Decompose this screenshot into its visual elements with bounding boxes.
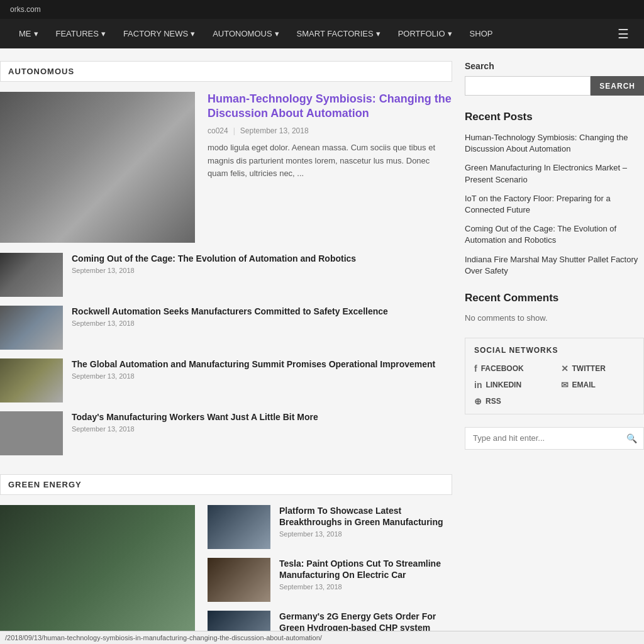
list-item: The Global Automation and Manufacturing … xyxy=(0,358,452,402)
article-list-title[interactable]: Today's Manufacturing Workers Want Just … xyxy=(72,411,452,423)
nav-item-portfolio[interactable]: PORTFOLIO ▾ xyxy=(389,19,461,48)
sidebar: Search SEARCH Recent Posts Human-Technol… xyxy=(465,61,644,644)
bottom-search-row: 🔍 xyxy=(465,427,644,450)
chevron-down-icon: ▾ xyxy=(376,29,380,38)
article-list-date: September 13, 2018 xyxy=(72,267,452,274)
green-energy-section: GREEN ENERGY Platform To Showcase Latest… xyxy=(0,474,452,644)
nav-item-home[interactable]: ME ▾ xyxy=(10,19,47,48)
bottom-search-input[interactable] xyxy=(465,428,620,448)
hamburger-menu-icon[interactable]: ☰ xyxy=(613,21,634,47)
social-item-rss[interactable]: ⊕ RSS xyxy=(474,396,548,406)
featured-article-date: September 13, 2018 xyxy=(240,126,309,135)
robot-image xyxy=(0,92,195,243)
article-list-title[interactable]: Germany's 2G Energy Gets Order For Green… xyxy=(279,611,452,633)
social-networks-title: SOCIAL NETWORKS xyxy=(474,346,635,355)
search-icon[interactable]: 🔍 xyxy=(620,428,643,449)
search-button[interactable]: SEARCH xyxy=(591,76,644,96)
social-item-twitter[interactable]: ✕ TWITTER xyxy=(561,364,635,374)
article-list-date: September 13, 2018 xyxy=(279,530,452,538)
list-item: Today's Manufacturing Workers Want Just … xyxy=(0,411,452,455)
factory-image xyxy=(208,505,270,549)
meta-separator: | xyxy=(233,126,235,135)
social-item-email[interactable]: ✉ EMAIL xyxy=(561,380,635,390)
social-label-rss: RSS xyxy=(486,397,501,406)
site-url: orks.com xyxy=(10,5,41,14)
article-list-title[interactable]: The Global Automation and Manufacturing … xyxy=(72,358,452,370)
article-list-info: Platform To Showcase Latest Breakthrough… xyxy=(279,505,452,538)
social-label-twitter: TWITTER xyxy=(572,364,606,373)
chevron-down-icon: ▾ xyxy=(34,29,38,38)
article-list-info: Today's Manufacturing Workers Want Just … xyxy=(72,411,452,433)
featured-article-meta: co024 | September 13, 2018 xyxy=(208,126,452,135)
linkedin-icon: in xyxy=(474,380,482,390)
featured-article-title[interactable]: Human-Technology Symbiosis: Changing the… xyxy=(208,92,452,121)
green-energy-featured-image xyxy=(0,505,195,644)
worker-image xyxy=(0,411,63,455)
article-list-title[interactable]: Platform To Showcase Latest Breakthrough… xyxy=(279,505,452,528)
recent-posts-title: Recent Posts xyxy=(465,111,644,123)
social-label-linkedin: LINKEDIN xyxy=(486,380,521,389)
article-list-date: September 13, 2018 xyxy=(72,425,452,433)
social-grid: f FACEBOOK ✕ TWITTER in LINKEDIN ✉ EMAIL… xyxy=(474,364,635,406)
article-list-info: The Global Automation and Manufacturing … xyxy=(72,358,452,380)
nav-item-shop[interactable]: SHOP xyxy=(461,19,502,48)
email-icon: ✉ xyxy=(561,380,569,390)
article-list-title[interactable]: Rockwell Automation Seeks Manufacturers … xyxy=(72,306,452,317)
article-thumbnail xyxy=(208,558,270,602)
recent-post-link[interactable]: Indiana Fire Marshal May Shutter Pallet … xyxy=(465,254,644,277)
main-nav: ME ▾ FEATURES ▾ FACTORY NEWS ▾ AUTONOMOU… xyxy=(0,19,644,48)
social-item-facebook[interactable]: f FACEBOOK xyxy=(474,364,548,374)
bottom-search: 🔍 xyxy=(465,427,644,450)
list-item: Platform To Showcase Latest Breakthrough… xyxy=(208,505,452,549)
search-input[interactable] xyxy=(465,76,591,96)
article-list-title[interactable]: Tesla: Paint Options Cut To Streamline M… xyxy=(279,558,452,580)
article-thumbnail xyxy=(0,306,63,350)
article-thumbnail xyxy=(0,253,63,297)
article-list-info: Tesla: Paint Options Cut To Streamline M… xyxy=(279,558,452,591)
rss-icon: ⊕ xyxy=(474,396,482,406)
search-label: Search xyxy=(465,61,644,71)
article-list-title[interactable]: Coming Out of the Cage: The Evolution of… xyxy=(72,253,452,264)
car-image xyxy=(208,558,270,602)
social-label-facebook: FACEBOOK xyxy=(481,364,524,373)
top-bar: orks.com xyxy=(0,0,644,19)
nav-item-smart-factories[interactable]: SMART FACTORIES ▾ xyxy=(288,19,389,48)
autonomous-section: AUTONOMOUS Human-Technology Symbiosis: C… xyxy=(0,61,452,455)
search-row: SEARCH xyxy=(465,76,644,96)
automation-image xyxy=(0,306,63,350)
url-bar: /2018/09/13/human-technology-symbiosis-i… xyxy=(0,631,644,644)
article-thumbnail xyxy=(0,411,63,455)
recent-post-link[interactable]: Coming Out of the Cage: The Evolution of… xyxy=(465,223,644,246)
recent-post-link[interactable]: Human-Technology Symbiosis: Changing the… xyxy=(465,132,644,155)
nav-item-factory-news[interactable]: FACTORY NEWS ▾ xyxy=(114,19,204,48)
article-list-date: September 13, 2018 xyxy=(72,372,452,380)
workshop-image xyxy=(0,253,63,297)
article-list-info: Rockwell Automation Seeks Manufacturers … xyxy=(72,306,452,327)
person-image xyxy=(0,358,63,402)
article-thumbnail xyxy=(208,505,270,549)
social-item-linkedin[interactable]: in LINKEDIN xyxy=(474,380,548,390)
facebook-icon: f xyxy=(474,364,477,374)
article-list-date: September 13, 2018 xyxy=(72,319,452,327)
chevron-down-icon: ▾ xyxy=(448,29,452,38)
sidebar-search: Search SEARCH xyxy=(465,61,644,96)
social-label-email: EMAIL xyxy=(572,380,596,389)
chevron-down-icon: ▾ xyxy=(191,29,195,38)
chevron-down-icon: ▾ xyxy=(101,29,106,38)
autonomous-section-header: AUTONOMOUS xyxy=(0,61,452,82)
main-content: AUTONOMOUS Human-Technology Symbiosis: C… xyxy=(0,61,452,644)
featured-article-image xyxy=(0,92,195,243)
recent-comments-section: Recent Comments No comments to show. xyxy=(465,292,644,323)
green-energy-layout: Platform To Showcase Latest Breakthrough… xyxy=(0,505,452,644)
article-thumbnail xyxy=(0,358,63,402)
recent-post-link[interactable]: IoT on the Factory Floor: Preparing for … xyxy=(465,193,644,216)
featured-article-author: co024 xyxy=(208,126,228,135)
page-wrapper: AUTONOMOUS Human-Technology Symbiosis: C… xyxy=(0,48,644,644)
recent-post-link[interactable]: Green Manufacturing In Electronics Marke… xyxy=(465,162,644,185)
autonomous-article-list: Coming Out of the Cage: The Evolution of… xyxy=(0,253,452,455)
nav-links: ME ▾ FEATURES ▾ FACTORY NEWS ▾ AUTONOMOU… xyxy=(10,19,501,48)
nav-item-autonomous[interactable]: AUTONOMOUS ▾ xyxy=(204,19,287,48)
nav-item-features[interactable]: FEATURES ▾ xyxy=(47,19,114,48)
green-energy-section-header: GREEN ENERGY xyxy=(0,474,452,495)
recent-comments-empty: No comments to show. xyxy=(465,313,644,323)
